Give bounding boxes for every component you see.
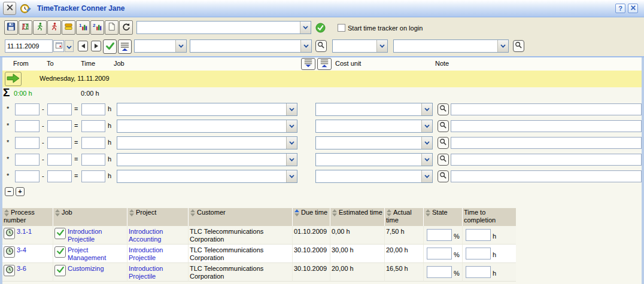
cost-unit-search-button[interactable] — [513, 40, 524, 52]
chevron-down-icon[interactable] — [175, 40, 186, 52]
cost-unit-select[interactable] — [315, 136, 433, 149]
job-select[interactable] — [117, 170, 297, 183]
process-number-link[interactable]: 3.1-1 — [17, 228, 32, 235]
sort-ascending-icon[interactable] — [294, 209, 299, 216]
cost-unit-search-button[interactable] — [438, 103, 449, 115]
chevron-down-icon[interactable] — [497, 40, 508, 52]
help-button[interactable]: ? — [615, 4, 625, 13]
save-button[interactable] — [4, 20, 18, 35]
project-link[interactable]: Introduction Projectile — [129, 246, 163, 261]
stop-tracker-button[interactable] — [47, 20, 61, 35]
sort-descending-button[interactable] — [301, 58, 315, 70]
to-input[interactable] — [47, 120, 72, 132]
state-input[interactable] — [427, 266, 452, 278]
cost-unit-search-button[interactable] — [438, 120, 449, 132]
cost-unit-select[interactable] — [315, 170, 433, 183]
from-input[interactable] — [15, 137, 40, 149]
cost-unit-search-button[interactable] — [438, 170, 449, 182]
to-input[interactable] — [47, 103, 72, 115]
add-row-button[interactable]: + — [16, 187, 25, 196]
chevron-down-icon[interactable] — [286, 170, 297, 182]
next-day-button[interactable] — [91, 41, 101, 51]
start-tracker-button[interactable] — [33, 20, 47, 35]
sort-ascending-button[interactable] — [317, 58, 332, 70]
chevron-down-icon[interactable] — [286, 103, 297, 115]
date-dropdown-button[interactable] — [65, 40, 74, 52]
time-input[interactable] — [81, 103, 105, 115]
date-picker-button[interactable] — [53, 40, 64, 52]
chevron-down-icon[interactable] — [300, 22, 311, 33]
chevron-down-icon[interactable] — [286, 120, 297, 132]
column-header-project[interactable]: Project — [127, 208, 189, 226]
report-one-button[interactable]: 1 — [76, 20, 90, 35]
go-to-day-button[interactable] — [5, 72, 22, 86]
sort-icon[interactable] — [426, 209, 430, 216]
note-input[interactable] — [451, 170, 642, 182]
completion-input[interactable] — [466, 248, 491, 259]
column-header-process-number[interactable]: Process number — [2, 208, 53, 226]
from-input[interactable] — [15, 170, 40, 182]
chevron-down-icon[interactable] — [286, 137, 297, 149]
jobs-stack-button[interactable] — [62, 20, 75, 35]
start-timer-clock-button[interactable] — [4, 228, 15, 239]
start-timer-clock-button[interactable] — [4, 246, 15, 258]
chevron-down-icon[interactable] — [300, 40, 311, 52]
book-time-check-button[interactable] — [54, 265, 66, 276]
date-input[interactable] — [5, 39, 53, 53]
sort-icon[interactable] — [129, 209, 134, 216]
task-combobox[interactable] — [136, 21, 311, 34]
to-input[interactable] — [47, 154, 72, 166]
state-input[interactable] — [427, 229, 452, 241]
cost-unit-combobox[interactable] — [393, 39, 509, 53]
chevron-down-icon[interactable] — [376, 40, 387, 52]
cost-unit-search-button[interactable] — [438, 154, 449, 166]
remove-row-button[interactable]: − — [5, 187, 14, 196]
from-input[interactable] — [15, 154, 40, 166]
job-select[interactable] — [117, 136, 297, 149]
job-select[interactable] — [117, 153, 297, 166]
book-time-check-button[interactable] — [54, 228, 66, 239]
chevron-down-icon[interactable] — [421, 103, 432, 115]
book-time-check-button[interactable] — [54, 246, 66, 258]
from-input[interactable] — [15, 120, 40, 132]
project-link[interactable]: Introduction Accounting — [129, 228, 163, 243]
sort-icon[interactable] — [190, 209, 195, 216]
apply-day-button[interactable] — [103, 39, 117, 54]
chevron-down-icon[interactable] — [421, 120, 432, 132]
chevron-down-icon[interactable] — [286, 154, 297, 166]
completion-input[interactable] — [466, 266, 491, 278]
job-link[interactable]: Introduction Projectile — [68, 228, 125, 243]
refresh-button[interactable] — [119, 20, 133, 35]
sort-icon[interactable] — [55, 209, 60, 216]
state-input[interactable] — [427, 248, 452, 259]
column-header-customer[interactable]: Customer — [189, 208, 293, 226]
report-two-button[interactable]: 2 — [90, 20, 104, 35]
cost-unit-search-button[interactable] — [438, 137, 449, 149]
column-header-estimated-time[interactable]: Estimated time — [330, 208, 385, 226]
note-input[interactable] — [451, 120, 642, 132]
job-select[interactable] — [117, 120, 297, 133]
completion-input[interactable] — [466, 229, 491, 241]
process-number-link[interactable]: 3-6 — [17, 265, 26, 272]
sort-entries-button[interactable] — [118, 39, 132, 54]
to-input[interactable] — [47, 137, 72, 149]
job-combobox[interactable] — [190, 39, 312, 53]
job-link[interactable]: Customizing — [68, 265, 104, 273]
cost-unit-select[interactable] — [315, 120, 433, 133]
cost-unit-filter-combobox[interactable] — [332, 39, 388, 53]
start-timer-clock-button[interactable] — [4, 265, 15, 276]
job-link[interactable]: Project Management — [68, 246, 125, 262]
process-number-link[interactable]: 3-4 — [17, 246, 26, 254]
job-filter-combobox[interactable] — [134, 39, 187, 53]
sort-icon[interactable] — [387, 209, 391, 216]
close-window-button[interactable] — [3, 2, 16, 15]
chevron-down-icon[interactable] — [421, 170, 432, 182]
job-select[interactable] — [117, 103, 297, 116]
autostart-checkbox[interactable] — [338, 24, 345, 32]
from-input[interactable] — [15, 103, 40, 115]
note-input[interactable] — [451, 103, 642, 115]
time-input[interactable] — [81, 154, 105, 166]
chevron-down-icon[interactable] — [421, 137, 432, 149]
column-header-state[interactable]: State — [424, 208, 463, 226]
column-header-job[interactable]: Job — [53, 208, 127, 226]
